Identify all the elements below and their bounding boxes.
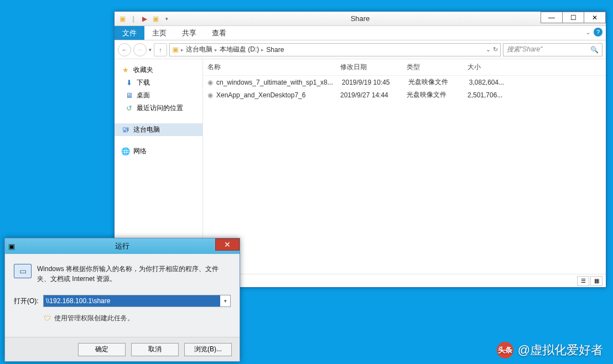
up-button[interactable]: ↑ <box>154 43 167 56</box>
ok-button[interactable]: 确定 <box>78 343 126 356</box>
maximize-button[interactable]: ☐ <box>562 12 584 23</box>
combo-dropdown-icon[interactable]: ▾ <box>220 298 230 304</box>
search-placeholder: 搜索"Share" <box>507 45 543 54</box>
breadcrumb-sep: ▸ <box>181 47 184 53</box>
sidebar-item-label: 最近访问的位置 <box>137 103 183 113</box>
tab-share[interactable]: 共享 <box>174 26 204 40</box>
tab-home[interactable]: 主页 <box>144 26 174 40</box>
run-button-row: 确定 取消 浏览(B)... <box>5 337 240 361</box>
star-icon: ★ <box>121 66 130 74</box>
run-open-combobox[interactable]: \\192.168.100.1\share ▾ <box>43 295 231 307</box>
titlebar-qat: ▣ | ▶ ▣ ▾ <box>115 14 171 23</box>
computer-icon: 🖳 <box>121 126 130 134</box>
run-open-label: 打开(O): <box>14 297 39 306</box>
run-program-icon: ▭ <box>14 264 32 278</box>
qat-sep: | <box>129 14 138 23</box>
explorer-titlebar[interactable]: ▣ | ▶ ▣ ▾ Share — ☐ ✕ <box>115 12 606 26</box>
run-title: 运行 <box>115 241 129 251</box>
file-size: 3,082,604... <box>465 77 520 88</box>
network-icon: 🌐 <box>121 147 130 155</box>
file-list-header: 名称 修改日期 类型 大小 <box>203 59 606 76</box>
run-dialog: ▣ 运行 ✕ ▭ Windows 将根据你所输入的名称，为你打开相应的程序、文件… <box>4 238 240 362</box>
sidebar-favorites[interactable]: ★ 收藏夹 <box>115 64 202 76</box>
sidebar-downloads[interactable]: ⬇ 下载 <box>115 76 202 89</box>
run-close-button[interactable]: ✕ <box>215 238 240 251</box>
breadcrumb-sep: ▸ <box>261 47 264 53</box>
sidebar-item-label: 这台电脑 <box>133 125 160 134</box>
file-list-area: 名称 修改日期 类型 大小 ◉cn_windows_7_ultimate_wit… <box>203 59 606 287</box>
shield-icon: 🛡 <box>44 314 51 323</box>
run-titlebar[interactable]: ▣ 运行 ✕ <box>5 238 240 254</box>
run-description: Windows 将根据你所输入的名称，为你打开相应的程序、文件夹、文档或 Int… <box>37 264 231 284</box>
sidebar-item-label: 桌面 <box>137 91 150 100</box>
qat-play-icon[interactable]: ▶ <box>140 14 149 23</box>
address-bar[interactable]: ▣ ▸ 这台电脑 ▸ 本地磁盘 (D:) ▸ Share ⌄ ↻ <box>169 43 501 56</box>
history-dropdown-icon[interactable]: ▾ <box>149 47 152 53</box>
view-details-button[interactable]: ☰ <box>577 276 589 286</box>
sidebar-network[interactable]: 🌐 网络 <box>115 145 202 158</box>
help-icon[interactable]: ? <box>594 28 602 37</box>
view-icons-button[interactable]: ▦ <box>590 276 602 286</box>
addr-dropdown-icon[interactable]: ⌄ <box>486 46 491 53</box>
column-date[interactable]: 修改日期 <box>336 59 402 75</box>
address-bar-row: ← → ▾ ↑ ▣ ▸ 这台电脑 ▸ 本地磁盘 (D:) ▸ Share ⌄ ↻… <box>115 40 606 59</box>
file-type: 光盘映像文件 <box>404 76 465 89</box>
tab-view[interactable]: 查看 <box>204 26 234 40</box>
file-name: cn_windows_7_ultimate_with_sp1_x8... <box>216 79 333 86</box>
folder-icon: ▣ <box>172 45 179 54</box>
window-controls: — ☐ ✕ <box>541 12 606 23</box>
breadcrumb-pc[interactable]: 这台电脑 <box>186 45 212 54</box>
recent-icon: ↺ <box>124 104 133 112</box>
run-admin-note: 🛡 使用管理权限创建此任务。 <box>44 314 231 323</box>
file-row[interactable]: ◉cn_windows_7_ultimate_with_sp1_x8... 20… <box>203 76 606 89</box>
file-type: 光盘映像文件 <box>402 89 463 101</box>
sidebar-item-label: 收藏夹 <box>133 65 153 75</box>
cancel-button[interactable]: 取消 <box>131 343 179 356</box>
qat-folder-icon[interactable]: ▣ <box>151 14 160 23</box>
sidebar-desktop[interactable]: 🖥 桌面 <box>115 89 202 102</box>
sidebar-item-label: 网络 <box>133 147 147 156</box>
breadcrumb-drive[interactable]: 本地磁盘 (D:) <box>220 45 259 54</box>
sidebar-item-label: 下载 <box>137 78 150 87</box>
column-size[interactable]: 大小 <box>463 59 518 75</box>
watermark-text: @虚拟化爱好者 <box>518 342 603 358</box>
file-row[interactable]: ◉XenApp_and_XenDesktop7_6 2019/9/27 14:4… <box>203 89 606 101</box>
file-date: 2019/9/27 14:44 <box>336 90 402 101</box>
watermark: 头条 @虚拟化爱好者 <box>497 342 603 358</box>
browse-button[interactable]: 浏览(B)... <box>184 343 232 356</box>
ribbon: 文件 主页 共享 查看 ⌄ ? <box>115 26 606 40</box>
sidebar-this-pc[interactable]: 🖳 这台电脑 <box>115 123 202 136</box>
back-button[interactable]: ← <box>118 43 131 56</box>
close-button[interactable]: ✕ <box>584 12 606 23</box>
qat-dropdown-icon[interactable]: ▾ <box>162 14 171 23</box>
search-icon[interactable]: 🔍 <box>590 46 599 54</box>
column-type[interactable]: 类型 <box>402 59 463 75</box>
sidebar-recent[interactable]: ↺ 最近访问的位置 <box>115 102 202 115</box>
file-date: 2019/9/19 10:45 <box>337 77 404 88</box>
minimize-button[interactable]: — <box>541 12 563 23</box>
run-open-value[interactable]: \\192.168.100.1\share <box>44 295 220 306</box>
run-note-text: 使用管理权限创建此任务。 <box>54 314 134 323</box>
folder-icon: ▣ <box>118 14 127 23</box>
watermark-logo: 头条 <box>497 342 513 358</box>
desktop-icon: 🖥 <box>124 91 133 100</box>
window-title: Share <box>351 14 370 23</box>
breadcrumb-folder[interactable]: Share <box>266 46 284 54</box>
disc-icon: ◉ <box>207 79 213 86</box>
download-icon: ⬇ <box>124 79 133 87</box>
run-app-icon: ▣ <box>8 242 15 251</box>
forward-button[interactable]: → <box>133 43 147 56</box>
file-size: 2,501,706... <box>463 90 518 101</box>
run-body: ▭ Windows 将根据你所输入的名称，为你打开相应的程序、文件夹、文档或 I… <box>5 254 240 329</box>
file-name: XenApp_and_XenDesktop7_6 <box>216 91 305 99</box>
column-name[interactable]: 名称 <box>203 59 336 75</box>
search-input[interactable]: 搜索"Share" 🔍 <box>503 43 602 56</box>
refresh-icon[interactable]: ↻ <box>493 46 498 53</box>
ribbon-expand-icon[interactable]: ⌄ <box>586 29 590 35</box>
tab-file[interactable]: 文件 <box>115 26 144 40</box>
disc-icon: ◉ <box>207 91 213 99</box>
breadcrumb-sep: ▸ <box>215 47 217 53</box>
